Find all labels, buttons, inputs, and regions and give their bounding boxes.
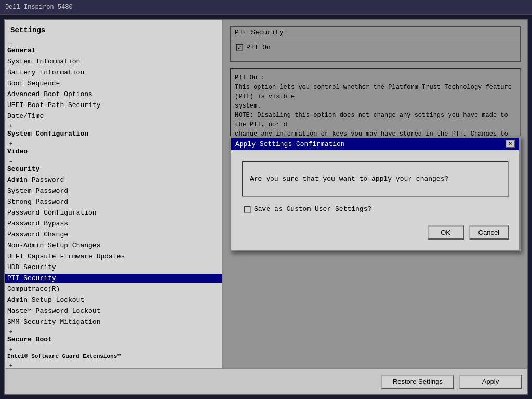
ok-button[interactable]: OK (428, 225, 464, 240)
sidebar-title: Settings (5, 24, 222, 38)
sidebar-item-uefi-capsule-firmware-updates[interactable]: UEFI Capsule Firmware Updates (5, 251, 222, 262)
sidebar-item-computrace[interactable]: Computrace(R) (5, 284, 222, 295)
sidebar-item-admin-setup-lockout[interactable]: Admin Setup Lockout (5, 295, 222, 305)
sidebar-item-ptt-security[interactable]: PTT Security (5, 273, 222, 284)
save-custom-settings-label: Save as Custom User Settings? (254, 205, 371, 213)
sidebar-item-secure-boot[interactable]: +Secure Boot (5, 327, 222, 345)
sidebar-item-system-information[interactable]: System Information (5, 56, 222, 67)
sidebar-item-security[interactable]: −Security (5, 157, 222, 175)
restore-settings-button[interactable]: Restore Settings (381, 375, 454, 389)
sidebar-item-password-configuration[interactable]: Password Configuration (5, 207, 222, 218)
sidebar-item-performance[interactable]: +Performance (5, 361, 222, 368)
sidebar-item-smm-security-mitigation[interactable]: SMM Security Mitigation (5, 316, 222, 327)
sidebar-item-general[interactable]: −General (5, 38, 222, 56)
bios-container: Settings −General System Information Bat… (4, 19, 528, 395)
content-panel: PTT Security ✓ PTT On PTT On : This opti… (223, 20, 527, 368)
apply-settings-dialog: Apply Settings Confirmation × Are you su… (230, 136, 521, 251)
modal-checkbox-row[interactable]: Save as Custom User Settings? (242, 205, 509, 213)
modal-title: Apply Settings Confirmation (235, 140, 345, 148)
sidebar-item-intel-software-guard[interactable]: +Intel® Software Guard Extensions™ (5, 345, 222, 361)
modal-overlay: Apply Settings Confirmation × Are you su… (223, 20, 527, 368)
sidebar-item-password-bypass[interactable]: Password Bypass (5, 218, 222, 229)
modal-body: Are you sure that you want to apply your… (231, 150, 519, 250)
sidebar-item-boot-sequence[interactable]: Boot Sequence (5, 78, 222, 89)
sidebar-item-date-time[interactable]: Date/Time (5, 111, 222, 122)
sidebar-item-password-change[interactable]: Password Change (5, 229, 222, 240)
sidebar-item-battery-information[interactable]: Battery Information (5, 67, 222, 78)
modal-close-button[interactable]: × (506, 140, 515, 148)
bios-body: Settings −General System Information Bat… (5, 20, 527, 368)
sidebar-item-system-configuration[interactable]: +System Configuration (5, 122, 222, 139)
modal-footer: OK Cancel (242, 221, 509, 242)
modal-question: Are you sure that you want to apply your… (242, 161, 509, 197)
sidebar-item-system-password[interactable]: System Password (5, 185, 222, 196)
save-custom-settings-checkbox[interactable] (244, 206, 251, 213)
sidebar-item-hdd-security[interactable]: HDD Security (5, 262, 222, 273)
sidebar-item-uefi-boot-path-security[interactable]: UEFI Boot Path Security (5, 100, 222, 111)
window-title: Dell Inspiron 5480 (5, 4, 73, 11)
sidebar-item-video[interactable]: +Video (5, 139, 222, 157)
bios-footer: Restore Settings Apply (5, 368, 527, 394)
title-bar: Dell Inspiron 5480 (0, 0, 532, 15)
modal-titlebar: Apply Settings Confirmation × (231, 138, 519, 150)
sidebar-item-strong-password[interactable]: Strong Password (5, 196, 222, 207)
sidebar-item-non-admin-setup-changes[interactable]: Non-Admin Setup Changes (5, 240, 222, 251)
cancel-button[interactable]: Cancel (469, 225, 509, 240)
sidebar-item-master-password-lockout[interactable]: Master Password Lockout (5, 305, 222, 316)
sidebar: Settings −General System Information Bat… (5, 20, 223, 368)
sidebar-item-admin-password[interactable]: Admin Password (5, 175, 222, 185)
sidebar-item-advanced-boot-options[interactable]: Advanced Boot Options (5, 89, 222, 100)
apply-button[interactable]: Apply (459, 375, 522, 389)
